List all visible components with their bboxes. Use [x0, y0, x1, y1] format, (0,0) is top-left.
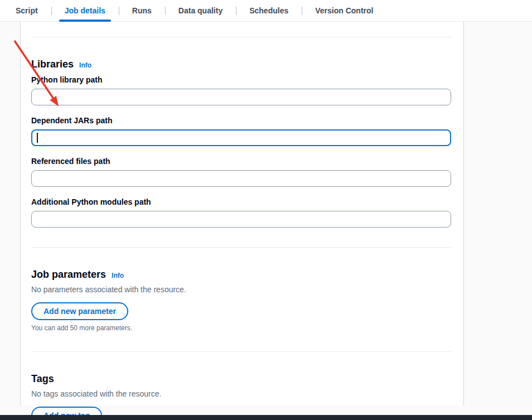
libraries-heading: Libraries — [31, 58, 74, 70]
tab-schedules[interactable]: Schedules — [236, 0, 302, 21]
referenced-files-path-input[interactable] — [31, 170, 451, 187]
main-area: Libraries Info Python library path Depen… — [0, 22, 532, 420]
tab-runs[interactable]: Runs — [119, 0, 165, 21]
python-library-path-label: Python library path — [31, 75, 451, 85]
job-parameters-heading: Job parameters — [31, 268, 106, 281]
section-divider — [31, 247, 451, 248]
tags-empty-text: No tags associated with the resource. — [31, 388, 451, 399]
python-library-path-input[interactable] — [31, 89, 451, 105]
libraries-info-link[interactable]: Info — [79, 61, 91, 69]
job-parameters-empty-text: No parameters associated with the resour… — [31, 284, 451, 295]
text-caret — [37, 133, 38, 143]
tab-data-quality[interactable]: Data quality — [165, 0, 236, 21]
job-details-panel: Libraries Info Python library path Depen… — [20, 22, 464, 405]
tags-heading: Tags — [31, 373, 54, 385]
job-parameters-hint: You can add 50 more parameters. — [31, 324, 451, 332]
additional-python-modules-path-input[interactable] — [31, 211, 451, 228]
tab-script[interactable]: Script — [2, 0, 51, 21]
dependent-jars-path-label: Dependent JARs path — [31, 115, 451, 125]
job-parameters-info-link[interactable]: Info — [112, 272, 124, 279]
dependent-jars-path-input[interactable] — [31, 129, 451, 146]
footer-bar — [0, 415, 532, 420]
additional-python-modules-path-label: Additional Python modules path — [31, 197, 451, 207]
section-divider — [31, 351, 451, 352]
section-divider — [31, 37, 451, 37]
referenced-files-path-label: Referenced files path — [31, 156, 451, 166]
job-tabs: Script Job details Runs Data quality Sch… — [0, 0, 532, 22]
add-new-parameter-button[interactable]: Add new parameter — [31, 302, 128, 320]
tab-job-details[interactable]: Job details — [51, 0, 119, 21]
tab-version-control[interactable]: Version Control — [302, 0, 386, 21]
